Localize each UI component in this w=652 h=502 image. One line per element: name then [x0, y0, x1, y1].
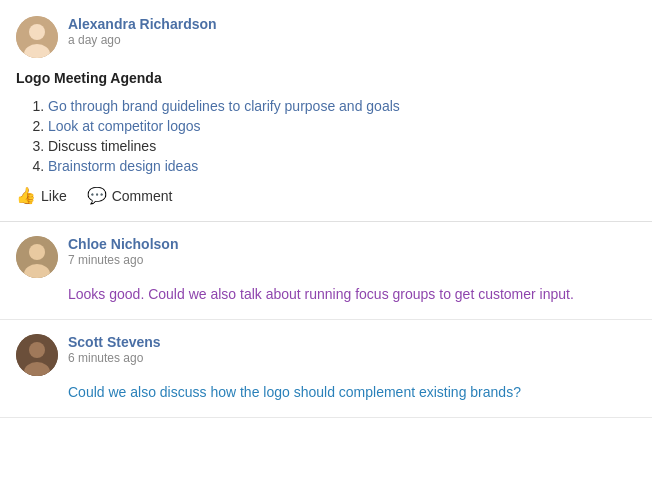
comment-text: Could we also discuss how the logo shoul… — [68, 384, 521, 400]
comment-label: Comment — [112, 188, 173, 204]
comment-icon: 💬 — [87, 186, 107, 205]
comment-timestamp: 6 minutes ago — [68, 351, 161, 365]
post-timestamp: a day ago — [68, 33, 217, 47]
post-title: Logo Meeting Agenda — [16, 70, 636, 86]
avatar — [16, 16, 58, 58]
svg-point-4 — [29, 244, 45, 260]
agenda-item-2[interactable]: Look at competitor logos — [48, 118, 201, 134]
comment-chloe: Chloe Nicholson 7 minutes ago Looks good… — [0, 222, 652, 320]
list-item: Go through brand guidelines to clarify p… — [48, 98, 636, 114]
like-label: Like — [41, 188, 67, 204]
comment-body: Could we also discuss how the logo shoul… — [68, 382, 636, 403]
list-item: Brainstorm design ideas — [48, 158, 636, 174]
avatar — [16, 334, 58, 376]
comment-header: Chloe Nicholson 7 minutes ago — [16, 236, 636, 278]
comment-button[interactable]: 💬 Comment — [87, 186, 173, 205]
agenda-item-3: Discuss timelines — [48, 138, 156, 154]
user-info: Scott Stevens 6 minutes ago — [68, 334, 161, 365]
agenda-item-4[interactable]: Brainstorm design ideas — [48, 158, 198, 174]
comment-author: Chloe Nicholson — [68, 236, 178, 252]
like-icon: 👍 — [16, 186, 36, 205]
comment-text: Looks good. Could we also talk about run… — [68, 286, 574, 302]
avatar — [16, 236, 58, 278]
comment-body: Looks good. Could we also talk about run… — [68, 284, 636, 305]
agenda-item-1[interactable]: Go through brand guidelines to clarify p… — [48, 98, 400, 114]
comment-scott: Scott Stevens 6 minutes ago Could we als… — [0, 320, 652, 418]
agenda-list: Go through brand guidelines to clarify p… — [16, 98, 636, 174]
comment-author: Scott Stevens — [68, 334, 161, 350]
post-header: Alexandra Richardson a day ago — [16, 16, 636, 58]
list-item: Look at competitor logos — [48, 118, 636, 134]
like-button[interactable]: 👍 Like — [16, 186, 67, 205]
main-post: Alexandra Richardson a day ago Logo Meet… — [0, 0, 652, 222]
svg-point-1 — [29, 24, 45, 40]
comment-header: Scott Stevens 6 minutes ago — [16, 334, 636, 376]
comment-timestamp: 7 minutes ago — [68, 253, 178, 267]
list-item: Discuss timelines — [48, 138, 636, 154]
svg-point-7 — [29, 342, 45, 358]
user-info: Alexandra Richardson a day ago — [68, 16, 217, 47]
author-name: Alexandra Richardson — [68, 16, 217, 32]
post-actions: 👍 Like 💬 Comment — [16, 186, 636, 205]
user-info: Chloe Nicholson 7 minutes ago — [68, 236, 178, 267]
